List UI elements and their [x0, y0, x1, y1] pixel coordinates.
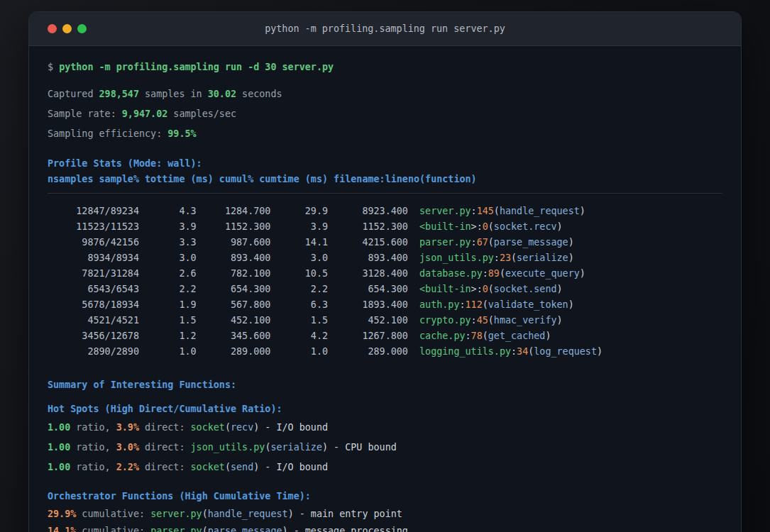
text-segment: direct: [139, 462, 191, 472]
text-segment: log_request [534, 346, 597, 357]
orchestrator-line: 29.9% cumulative: server.py(handle_reque… [48, 507, 722, 521]
text-segment: - CPU bound [328, 442, 397, 453]
text-segment: nsamples sample% tottime (ms) cumul% cum… [48, 174, 477, 184]
text-segment: ) [288, 509, 294, 519]
text-segment: Hot Spots (High Direct/Cumulative Ratio)… [48, 404, 282, 414]
text-segment: ( [488, 221, 494, 232]
text-segment: 0 [483, 284, 488, 294]
text-segment: handle_request [208, 509, 288, 519]
text-segment: get_cached [488, 331, 546, 341]
text-segment: 145 [477, 206, 494, 216]
text-segment: 78 [471, 331, 483, 341]
text-segment: - message processing [288, 526, 408, 532]
text-segment: 34 [517, 346, 528, 357]
text-segment: ) [568, 253, 574, 263]
text-segment: : [483, 268, 488, 279]
window-title: python -m profiling.sampling run server.… [29, 23, 741, 34]
text-segment: 14.1% [48, 526, 76, 532]
text-segment: cumulative: [76, 526, 150, 532]
command-text: python -m profiling.sampling run -d 30 s… [59, 62, 334, 72]
terminal-titlebar: python -m profiling.sampling run server.… [29, 12, 741, 46]
text-segment: ( [488, 237, 494, 248]
text-segment: : [494, 253, 500, 263]
text-segment: - I/O bound [259, 422, 328, 433]
text-segment: ) [282, 526, 288, 532]
text-segment: 3.0% [116, 442, 139, 453]
sample-rate-line: Sample rate: 9,947.02 samples/sec [48, 107, 722, 121]
table-row: 2890/2890 1.0 289.000 1.0 289.000 loggin… [48, 344, 722, 360]
text-segment: 298,547 [99, 89, 139, 99]
text-segment: ) [580, 206, 585, 216]
text-segment: - main entry point [294, 509, 402, 519]
text-segment: >: [471, 221, 483, 232]
terminal-output[interactable]: $ python -m profiling.sampling run -d 30… [29, 46, 741, 532]
text-segment: : [471, 206, 477, 216]
text-segment: 99.5% [167, 128, 196, 139]
text-segment: 7821/31284 2.6 782.100 10.5 3128.400 [48, 268, 419, 279]
shell-prompt: $ [48, 62, 59, 72]
sampling-efficiency-line: Sampling efficiency: 99.5% [48, 127, 722, 141]
text-segment: 67 [477, 237, 488, 248]
text-segment: ( [488, 315, 494, 326]
traffic-lights [48, 24, 87, 33]
table-row: 9876/42156 3.3 987.600 14.1 4215.600 par… [48, 235, 722, 250]
text-segment: 29.9% [48, 509, 76, 519]
text-segment: ( [488, 284, 494, 294]
text-segment: 45 [477, 315, 488, 326]
text-segment: validate_token [488, 299, 568, 310]
close-button[interactable] [48, 24, 57, 33]
minimize-button[interactable] [62, 24, 72, 33]
text-segment: samples/sec [167, 109, 236, 119]
text-segment: 2.2% [116, 462, 139, 472]
text-segment: 4521/4521 1.5 452.100 1.5 452.100 [48, 315, 419, 326]
maximize-button[interactable] [77, 24, 87, 33]
text-segment: socket [191, 422, 225, 433]
text-segment: ) [557, 221, 563, 232]
stats-table: 12847/89234 4.3 1284.700 29.9 8923.400 s… [48, 204, 722, 360]
text-segment: Sample rate: [48, 109, 122, 119]
orchestrator-heading: Orchestrator Functions (High Cumulative … [48, 489, 722, 504]
text-segment: execute_query [505, 268, 580, 279]
text-segment: 112 [466, 299, 483, 310]
orchestrator-line: 14.1% cumulative: parser.py(parse_messag… [48, 524, 722, 532]
hot-spot-line: 1.00 ratio, 3.0% direct: json_utils.py(s… [48, 440, 722, 455]
text-segment: samples in [139, 89, 208, 99]
command-line: $ python -m profiling.sampling run -d 30… [48, 60, 722, 74]
text-segment: server.py [150, 509, 202, 519]
text-segment: 9,947.02 [122, 109, 168, 119]
text-segment: ) [568, 237, 574, 248]
text-segment: database.py [419, 268, 483, 279]
table-divider [48, 193, 722, 194]
hot-spot-line: 1.00 ratio, 2.2% direct: socket(send) - … [48, 460, 722, 475]
text-segment: ( [225, 422, 231, 433]
text-segment: Summary of Interesting Functions: [48, 379, 236, 390]
text-segment: socket.send [494, 284, 557, 294]
text-segment: 12847/89234 4.3 1284.700 29.9 8923.400 [48, 206, 419, 216]
text-segment: seconds [236, 89, 282, 99]
text-segment: ( [483, 331, 488, 341]
table-row: 12847/89234 4.3 1284.700 29.9 8923.400 s… [48, 204, 722, 219]
text-segment: parse_message [208, 526, 282, 532]
text-segment: recv [231, 422, 253, 433]
text-segment: socket [191, 462, 225, 472]
table-row: 11523/11523 3.9 1152.300 3.9 1152.300 <b… [48, 219, 722, 235]
text-segment: ratio, [70, 422, 116, 433]
text-segment: direct: [139, 442, 191, 453]
text-segment: hmac_verify [494, 315, 557, 326]
text-segment: ( [202, 509, 208, 519]
text-segment: >: [471, 284, 483, 294]
text-segment: cumulative: [76, 509, 150, 519]
text-segment: 3.9% [116, 422, 139, 433]
text-segment: send [231, 462, 253, 472]
text-segment: serialize [270, 442, 322, 453]
text-segment: handle_request [500, 206, 580, 216]
text-segment: ) [557, 284, 563, 294]
text-segment: <built-in [419, 221, 471, 232]
text-segment: 5678/18934 1.9 567.800 6.3 1893.400 [48, 299, 419, 310]
text-segment: 23 [500, 253, 511, 263]
text-segment: json_utils.py [419, 253, 494, 263]
text-segment: 1.00 [48, 422, 70, 433]
text-segment: 30.02 [208, 89, 236, 99]
table-row: 5678/18934 1.9 567.800 6.3 1893.400 auth… [48, 297, 722, 313]
terminal-window: python -m profiling.sampling run server.… [28, 11, 742, 532]
